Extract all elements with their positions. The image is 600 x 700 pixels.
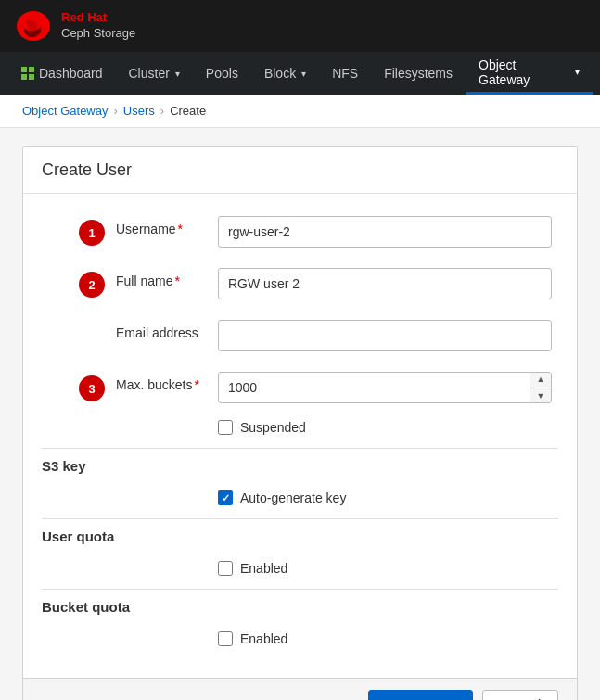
fullname-step-container: 2 [42,268,116,298]
card-body: 1 Username * 2 Full name * [23,194,577,678]
email-label: Email address [116,325,198,340]
nav-item-cluster[interactable]: Cluster ▾ [116,52,193,95]
nav-item-filesystems[interactable]: Filesystems [371,52,466,95]
card-footer: Create User Cancel [23,678,577,700]
brand-text: Red Hat Ceph Storage [61,10,135,42]
username-input-container [218,216,558,248]
maxbuckets-input[interactable] [219,375,530,401]
spinbox-buttons: ▲ ▼ [530,372,551,403]
brand: Red Hat Ceph Storage [15,9,135,43]
fullname-row: 2 Full name * [42,264,558,303]
username-label: Username [116,222,176,236]
fullname-label: Full name [116,274,172,288]
maxbuckets-label-container: Max. buckets * [116,372,218,392]
user-quota-section-title: User quota [42,518,558,552]
breadcrumb-object-gateway[interactable]: Object Gateway [22,104,109,118]
bucketquota-enabled-checkbox[interactable] [218,631,233,646]
autogenerate-checkbox[interactable] [218,490,233,505]
breadcrumb: Object Gateway › Users › Create [0,95,600,128]
main-navigation: Dashboard Cluster ▾ Pools Block ▾ NFS Fi… [0,52,600,95]
breadcrumb-sep-2: › [160,104,164,118]
username-step-container: 1 [42,216,116,246]
object-gateway-dropdown-arrow-icon: ▾ [575,67,580,77]
email-label-container: Email address [116,320,218,340]
svg-rect-3 [21,74,27,80]
username-input[interactable] [218,216,552,248]
nav-item-object-gateway[interactable]: Object Gateway ▾ [466,52,593,95]
fullname-required-star: * [174,274,179,288]
spinbox-increment-button[interactable]: ▲ [530,372,551,388]
suspended-checkbox[interactable] [218,420,233,435]
fullname-label-container: Full name * [116,268,218,288]
autogenerate-label[interactable]: Auto-generate key [240,490,346,505]
breadcrumb-sep-1: › [114,104,118,118]
svg-rect-1 [21,67,27,72]
card-header: Create User [23,147,577,194]
redhat-logo-icon [15,9,52,43]
email-input[interactable] [218,320,552,351]
username-row: 1 Username * [42,212,558,251]
card-title: Create User [42,160,558,180]
username-label-container: Username * [116,216,218,236]
fullname-input-container [218,268,558,299]
email-input-container [218,320,558,351]
step-circle-3: 3 [79,375,105,401]
s3key-section-title: S3 key [42,448,558,481]
bucketquota-enabled-row: Enabled [42,631,558,646]
maxbuckets-spinbox: ▲ ▼ [218,372,552,403]
maxbuckets-label: Max. buckets [116,377,192,392]
nav-item-pools[interactable]: Pools [193,52,251,95]
cancel-button[interactable]: Cancel [482,690,558,700]
spinbox-decrement-button[interactable]: ▼ [530,388,551,404]
create-user-card: Create User 1 Username * 2 [22,146,578,700]
maxbuckets-required-star: * [194,377,198,392]
fullname-input[interactable] [218,268,552,299]
email-row: Email address [42,316,558,355]
nav-item-nfs[interactable]: NFS [319,52,371,95]
create-user-button[interactable]: Create User [368,690,473,700]
userquota-enabled-label[interactable]: Enabled [240,561,287,576]
breadcrumb-users[interactable]: Users [123,104,155,118]
bucketquota-enabled-label[interactable]: Enabled [240,631,287,646]
userquota-enabled-checkbox[interactable] [218,561,233,576]
maxbuckets-step-container: 3 [42,372,116,401]
cluster-dropdown-arrow-icon: ▾ [175,69,180,79]
step-circle-2: 2 [79,272,105,298]
svg-rect-2 [29,67,34,72]
top-navbar: Red Hat Ceph Storage [0,0,600,52]
suspended-label[interactable]: Suspended [240,420,306,435]
maxbuckets-row: 3 Max. buckets * ▲ ▼ [42,368,558,407]
maxbuckets-input-container: ▲ ▼ [218,372,558,403]
page-content: Create User 1 Username * 2 [0,128,600,700]
nav-item-block[interactable]: Block ▾ [251,52,319,95]
suspended-row: Suspended [42,420,558,435]
bucket-quota-section-title: Bucket quota [42,589,558,622]
username-required-star: * [178,222,183,236]
step-circle-1: 1 [79,220,105,246]
svg-rect-4 [29,74,34,80]
nav-item-dashboard[interactable]: Dashboard [7,52,116,95]
block-dropdown-arrow-icon: ▾ [301,69,306,79]
autogenerate-row: Auto-generate key [42,490,558,505]
grid-icon [20,66,35,81]
breadcrumb-create: Create [170,104,206,118]
userquota-enabled-row: Enabled [42,561,558,576]
